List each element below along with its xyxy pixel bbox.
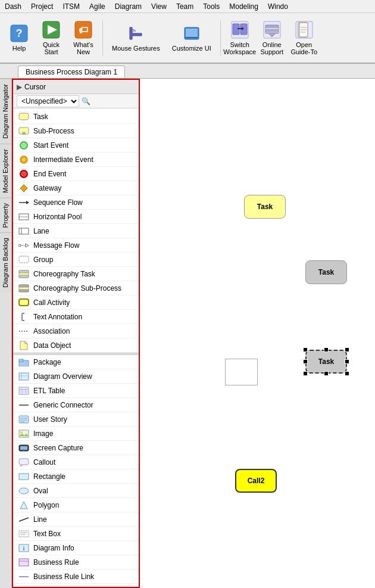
handle-bm[interactable]: [324, 371, 329, 376]
group-label: Group: [33, 256, 53, 264]
shape-item-choreography-sub-process[interactable]: Choreography Sub-Process: [13, 281, 139, 295]
menu-agile[interactable]: Agile: [85, 1, 110, 12]
text-box-shape-icon: [18, 529, 30, 539]
etl-table-shape-icon: [18, 386, 30, 396]
handle-tl[interactable]: [303, 347, 308, 352]
shape-item-sequence-flow[interactable]: Sequence Flow: [13, 195, 139, 210]
shape-item-end-event[interactable]: End Event: [13, 167, 139, 181]
shape-item-lane[interactable]: Lane: [13, 224, 139, 238]
shape-item-task[interactable]: Task: [13, 110, 139, 124]
handle-tr[interactable]: [345, 347, 349, 352]
menu-diagram[interactable]: Diagram: [110, 1, 146, 12]
handle-tm[interactable]: [324, 347, 329, 352]
shape-item-data-object[interactable]: Data Object: [13, 338, 139, 353]
menu-window[interactable]: Windo: [263, 1, 293, 12]
shape-item-message-flow[interactable]: Message Flow: [13, 238, 139, 253]
svg-rect-48: [19, 290, 29, 292]
canvas-task-1[interactable]: Task: [244, 195, 286, 219]
handle-mr[interactable]: [345, 359, 349, 364]
line-shape-icon: [18, 515, 30, 524]
online-support-button[interactable]: Online Support: [257, 17, 288, 60]
canvas-task-2[interactable]: Task: [305, 260, 347, 284]
handle-br[interactable]: [345, 371, 349, 376]
menu-team[interactable]: Team: [171, 1, 198, 12]
menu-modeling[interactable]: Modeling: [224, 1, 263, 12]
shape-item-association[interactable]: Association: [13, 324, 139, 338]
svg-rect-7: [186, 29, 198, 37]
shape-item-text-box[interactable]: Text Box: [13, 527, 139, 541]
diagram-info-shape-icon: i: [18, 543, 30, 553]
shape-item-group[interactable]: Group: [13, 253, 139, 267]
shape-item-text-annotation[interactable]: Text Annotation: [13, 310, 139, 324]
package-label: Package: [33, 358, 61, 366]
handle-bl[interactable]: [303, 371, 308, 376]
shape-item-user-story[interactable]: User Story: [13, 412, 139, 427]
svg-rect-71: [19, 459, 29, 465]
shape-item-business-rule-link[interactable]: Business Rule Link: [13, 570, 139, 584]
whats-new-label: What's New: [70, 41, 97, 55]
svg-marker-34: [26, 201, 29, 204]
customize-ui-button[interactable]: Customize UI: [167, 17, 217, 60]
open-guide-button[interactable]: Open Guide-To: [289, 17, 320, 60]
unspecified-select[interactable]: <Unspecified>: [17, 95, 79, 107]
shape-item-etl-table[interactable]: ETL Table: [13, 384, 139, 398]
svg-marker-32: [20, 185, 27, 192]
svg-rect-45: [19, 275, 29, 278]
menu-itsm[interactable]: ITSM: [58, 1, 85, 12]
panel-header[interactable]: ▶ Cursor: [13, 80, 139, 94]
shape-item-horizontal-pool[interactable]: Horizontal Pool: [13, 210, 139, 224]
shape-item-call-activity[interactable]: Call Activity: [13, 295, 139, 310]
shape-item-package[interactable]: Package: [13, 355, 139, 369]
shape-item-diagram-info[interactable]: i Diagram Info: [13, 541, 139, 555]
shape-item-gateway[interactable]: Gateway: [13, 181, 139, 195]
canvas-rect-1[interactable]: [225, 359, 258, 385]
svg-point-67: [20, 431, 23, 434]
canvas[interactable]: Task Task Task: [140, 79, 375, 588]
svg-rect-44: [19, 270, 29, 273]
canvas-task-3[interactable]: Task: [305, 350, 347, 374]
vtab-model-explorer[interactable]: Model Explorer: [0, 144, 11, 198]
message-flow-label: Message Flow: [33, 241, 79, 250]
shape-item-rectangle[interactable]: Rectangle: [13, 469, 139, 484]
switch-workspace-button[interactable]: Switch Workspace: [224, 17, 255, 60]
menu-project[interactable]: Project: [26, 1, 58, 12]
toolbar-sep-2: [220, 20, 221, 56]
menu-view[interactable]: View: [146, 1, 171, 12]
help-button[interactable]: ? Help: [4, 17, 35, 60]
shape-item-callout[interactable]: Callout: [13, 455, 139, 469]
diagram-tab[interactable]: Business Process Diagram 1: [18, 66, 125, 78]
handle-ml[interactable]: [303, 359, 308, 364]
choreography-sub-process-label: Choreography Sub-Process: [33, 284, 121, 293]
vtab-diagram-backlog[interactable]: Diagram Backlog: [0, 232, 11, 293]
mouse-gestures-button[interactable]: Mouse Gestures: [107, 17, 165, 60]
shape-item-choreography-task[interactable]: Choreography Task: [13, 267, 139, 281]
generic-connector-label: Generic Connector: [33, 401, 93, 409]
shape-item-diagram-overview[interactable]: Diagram Overview: [13, 369, 139, 384]
shape-item-screen-capture[interactable]: Screen Capture: [13, 441, 139, 455]
task-shape-icon: [18, 112, 30, 122]
shape-item-oval[interactable]: Oval: [13, 484, 139, 498]
whats-new-button[interactable]: 🏷 What's New: [68, 17, 99, 60]
menu-tools[interactable]: Tools: [198, 1, 224, 12]
vtab-property[interactable]: Property: [0, 198, 11, 233]
svg-point-28: [20, 142, 27, 149]
canvas-callout-call2[interactable]: Call2: [235, 469, 277, 493]
shape-item-line[interactable]: Line: [13, 512, 139, 527]
business-rule-link-shape-icon: [18, 572, 30, 581]
diagram-overview-shape-icon: [18, 372, 30, 381]
generic-connector-shape-icon: [18, 400, 30, 410]
quick-start-button[interactable]: Quick Start: [36, 17, 67, 60]
left-tabs: Diagram Navigator Model Explorer Propert…: [0, 79, 12, 588]
data-object-shape-icon: [18, 341, 30, 350]
menu-dash[interactable]: Dash: [0, 1, 26, 12]
shape-item-intermediate-event[interactable]: Intermediate Event: [13, 153, 139, 167]
sub-process-shape-icon: [18, 126, 30, 136]
end-event-label: End Event: [33, 170, 66, 178]
shape-item-sub-process[interactable]: Sub-Process: [13, 124, 139, 138]
vtab-diagram-navigator[interactable]: Diagram Navigator: [0, 79, 11, 144]
shape-item-image[interactable]: Image: [13, 427, 139, 441]
shape-item-polygon[interactable]: Polygon: [13, 498, 139, 512]
shape-item-business-rule[interactable]: Business Rule: [13, 555, 139, 570]
shape-item-generic-connector[interactable]: Generic Connector: [13, 398, 139, 412]
shape-item-start-event[interactable]: Start Event: [13, 138, 139, 153]
